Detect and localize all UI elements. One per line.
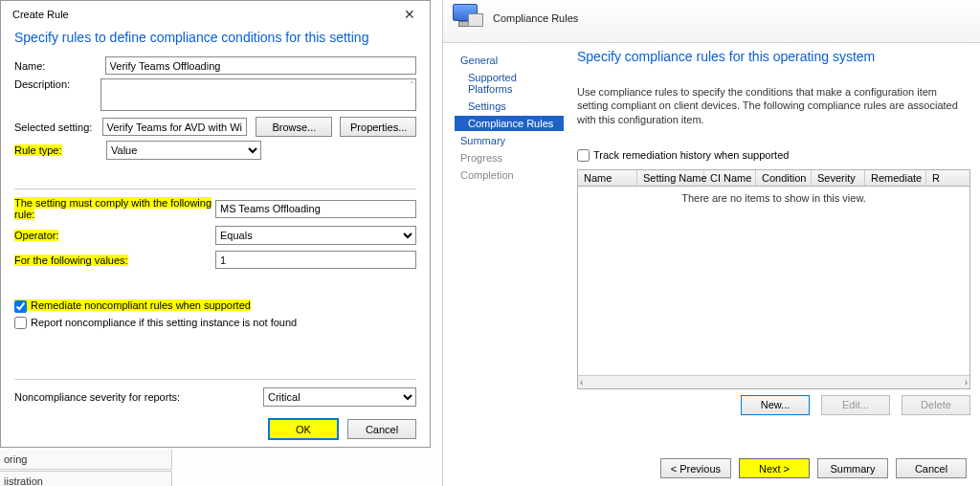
selected-setting-input[interactable] <box>102 118 247 136</box>
nav-completion: Completion <box>455 167 564 183</box>
nav-general[interactable]: General <box>455 53 564 68</box>
col-condition[interactable]: Condition <box>756 170 812 186</box>
track-remediation-label: Track remediation history when supported <box>593 149 789 161</box>
rules-table: Name Setting Name CI Name Condition Seve… <box>577 169 970 389</box>
col-setting[interactable]: Setting Name <box>637 170 704 186</box>
remediate-label: Remediate noncompliant rules when suppor… <box>31 299 251 311</box>
dialog-heading: Specify rules to define compliance condi… <box>1 24 430 56</box>
col-ci[interactable]: CI Name <box>704 170 756 186</box>
properties-button[interactable]: Properties... <box>340 117 416 137</box>
name-input[interactable] <box>105 56 416 75</box>
description-textarea[interactable] <box>100 78 416 111</box>
report-missing-checkbox[interactable] <box>14 317 27 329</box>
must-comply-label: The setting must comply with the followi… <box>14 197 212 220</box>
page-description: Use compliance rules to specify the cond… <box>577 85 970 126</box>
col-severity[interactable]: Severity <box>812 170 865 186</box>
operator-select[interactable]: Equals <box>215 226 416 245</box>
edit-button: Edit... <box>821 395 890 415</box>
col-remediate[interactable]: Remediate <box>865 170 926 186</box>
selected-setting-label: Selected setting: <box>14 122 102 133</box>
value-input[interactable] <box>215 251 416 269</box>
nav-supported-platforms[interactable]: Supported Platforms <box>455 70 564 97</box>
cancel-button[interactable]: Cancel <box>347 419 416 439</box>
col-r[interactable]: R <box>926 170 969 186</box>
next-button[interactable]: Next > <box>739 458 810 478</box>
col-name[interactable]: Name <box>578 170 637 186</box>
summary-button[interactable]: Summary <box>817 458 888 478</box>
dialog-title: Create Rule <box>12 9 69 20</box>
nav-fragment[interactable]: oring <box>0 450 172 470</box>
scroll-right-icon: › <box>965 377 968 387</box>
horizontal-scrollbar[interactable]: ‹› <box>578 375 969 388</box>
page-title: Specify compliance rules for this operat… <box>577 49 970 64</box>
table-header-row: Name Setting Name CI Name Condition Seve… <box>578 170 969 187</box>
new-button[interactable]: New... <box>741 395 810 415</box>
nav-compliance-rules[interactable]: Compliance Rules <box>455 116 564 131</box>
wizard-nav: General Supported Platforms Settings Com… <box>443 43 568 443</box>
nav-progress: Progress <box>455 150 564 166</box>
remediate-checkbox[interactable] <box>14 300 27 313</box>
empty-message: There are no items to show in this view. <box>578 187 969 210</box>
severity-select[interactable]: Critical <box>263 387 416 407</box>
comply-setting-input[interactable] <box>215 200 416 218</box>
scroll-up-icon[interactable]: ˄ <box>410 80 414 90</box>
rule-type-select[interactable]: Value <box>106 141 261 160</box>
delete-button: Delete <box>902 395 970 415</box>
create-rule-dialog: Create Rule ✕ Specify rules to define co… <box>0 0 431 448</box>
for-values-label: For the following values: <box>14 254 128 266</box>
monitor-icon <box>453 4 485 33</box>
severity-label: Noncompliance severity for reports: <box>14 391 263 403</box>
operator-label: Operator: <box>14 230 58 241</box>
close-icon[interactable]: ✕ <box>397 5 422 24</box>
browse-button[interactable]: Browse... <box>256 117 332 137</box>
wizard-title: Compliance Rules <box>493 12 578 24</box>
nav-settings[interactable]: Settings <box>455 99 564 114</box>
compliance-wizard: Compliance Rules General Supported Platf… <box>442 0 980 486</box>
report-missing-label: Report noncompliance if this setting ins… <box>31 317 297 328</box>
description-label: Description: <box>14 78 100 90</box>
ok-button[interactable]: OK <box>269 419 338 439</box>
nav-fragment[interactable]: iistration <box>0 471 172 486</box>
previous-button[interactable]: < Previous <box>660 458 731 478</box>
wizard-cancel-button[interactable]: Cancel <box>896 458 967 478</box>
scroll-left-icon: ‹ <box>580 377 583 387</box>
track-remediation-checkbox[interactable] <box>577 149 590 162</box>
name-label: Name: <box>14 60 105 72</box>
rule-type-label: Rule type: <box>14 144 106 156</box>
nav-summary[interactable]: Summary <box>455 133 564 148</box>
